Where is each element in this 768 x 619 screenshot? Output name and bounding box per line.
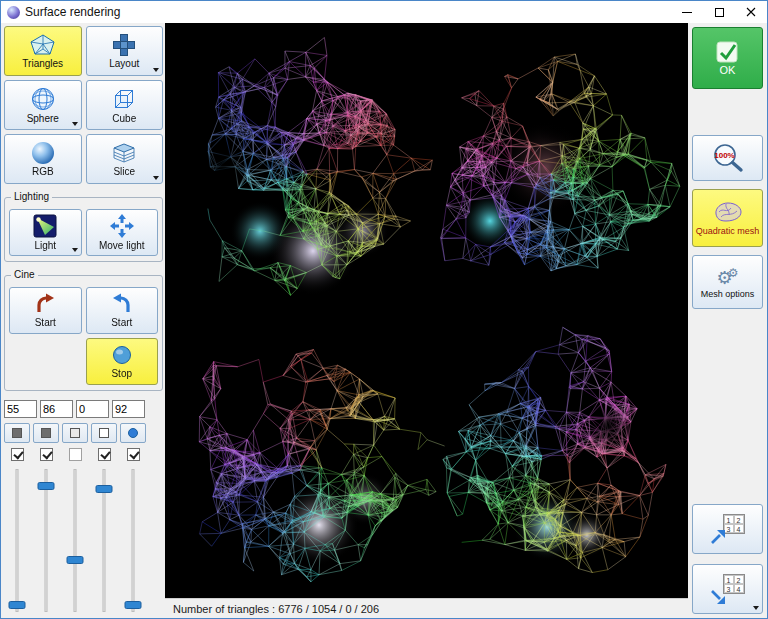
slider-thumb[interactable]: [9, 601, 26, 609]
move-light-button[interactable]: Move light: [86, 209, 159, 256]
mesh-visible-checkbox-1[interactable]: [11, 448, 24, 461]
render-viewport[interactable]: [165, 23, 688, 598]
quadratic-mesh-button[interactable]: Quadratic mesh: [692, 189, 763, 247]
shape-buttons: Triangles Layout: [4, 26, 163, 184]
slider-thumb[interactable]: [38, 482, 55, 490]
opacity-sliders: [4, 467, 163, 614]
ok-button[interactable]: OK: [692, 27, 763, 89]
cine-start-forward-button[interactable]: Start: [9, 287, 82, 334]
maximize-icon: [715, 8, 724, 17]
window-controls: [671, 1, 767, 23]
triangles-button[interactable]: Triangles: [4, 26, 82, 76]
slider-track[interactable]: [132, 469, 135, 612]
brain-mesh-icon: [712, 200, 744, 224]
slider-track[interactable]: [16, 469, 19, 612]
right-panel: OK 100% Quadratic me: [688, 23, 767, 618]
mesh-options-button[interactable]: ⚙ ⚙ Mesh options: [692, 255, 763, 309]
opacity-slider-4[interactable]: [91, 467, 117, 614]
zoom-level-label: 100%: [711, 151, 739, 160]
rgb-sphere-icon: [32, 142, 54, 164]
layout-plus-icon: [113, 34, 135, 56]
view-order-button[interactable]: 1234: [692, 504, 763, 554]
check-icon: [716, 41, 740, 63]
slider-thumb[interactable]: [125, 601, 142, 609]
color-dot-icon: [128, 428, 138, 438]
quadratic-mesh-label: Quadratic mesh: [696, 226, 760, 237]
slider-track[interactable]: [45, 469, 48, 612]
cine-start-backward-label: Start: [111, 317, 132, 328]
view-order-dropdown-button[interactable]: 1234: [692, 564, 763, 614]
slider-track[interactable]: [74, 469, 77, 612]
mesh-visible-checkbox-5[interactable]: [127, 448, 140, 461]
threshold-input-2[interactable]: [40, 400, 73, 418]
gears-icon: ⚙ ⚙: [717, 265, 739, 287]
curved-arrow-left-icon: [110, 293, 134, 315]
cine-stop-label: Stop: [111, 368, 132, 379]
triangles-mesh-icon: [30, 34, 56, 56]
cine-group: Cine Start: [4, 275, 163, 391]
mesh-color-buttons: [4, 423, 163, 443]
maximize-button[interactable]: [703, 1, 735, 23]
threshold-input-1[interactable]: [4, 400, 37, 418]
cine-stop-button[interactable]: Stop: [86, 338, 159, 385]
blue-arrow-icon: [710, 529, 726, 545]
dropdown-arrow-icon: [153, 176, 159, 180]
threshold-input-4[interactable]: [112, 400, 145, 418]
dropdown-arrow-icon: [753, 606, 759, 610]
curved-arrow-right-icon: [33, 293, 57, 315]
numbered-grid-icon: 1234: [723, 574, 745, 594]
blue-arrow-icon: [710, 589, 726, 605]
render-area: Number of triangles : 6776 / 1054 / 0 / …: [165, 23, 688, 618]
minimize-icon: [682, 12, 692, 13]
slider-thumb[interactable]: [67, 556, 84, 564]
stop-circle-icon: [111, 344, 133, 366]
status-bar: Number of triangles : 6776 / 1054 / 0 / …: [165, 598, 688, 618]
move-arrows-icon: [110, 214, 134, 238]
mesh-color-button-3[interactable]: [62, 423, 88, 443]
lighting-group: Lighting: [4, 197, 163, 262]
minimize-button[interactable]: [671, 1, 703, 23]
mesh-color-button-5[interactable]: [120, 423, 146, 443]
cube-button[interactable]: Cube: [86, 80, 164, 130]
slice-label: Slice: [113, 166, 135, 177]
light-button[interactable]: Light: [9, 209, 82, 256]
move-light-label: Move light: [99, 240, 145, 251]
mesh-options-label: Mesh options: [701, 289, 755, 300]
lighting-group-title: Lighting: [11, 191, 52, 203]
mesh-visible-checkbox-4[interactable]: [98, 448, 111, 461]
triangles-label: Triangles: [22, 58, 63, 69]
sphere-button[interactable]: Sphere: [4, 80, 82, 130]
layout-button[interactable]: Layout: [86, 26, 164, 76]
opacity-slider-3[interactable]: [62, 467, 88, 614]
rgb-label: RGB: [32, 166, 54, 177]
mesh-visible-checkbox-3[interactable]: [69, 448, 82, 461]
mesh-color-button-1[interactable]: [4, 423, 30, 443]
slice-button[interactable]: Slice: [86, 134, 164, 184]
close-button[interactable]: [735, 1, 767, 23]
titlebar[interactable]: Surface rendering: [1, 1, 767, 23]
opacity-slider-1[interactable]: [4, 467, 30, 614]
dropdown-arrow-icon: [72, 122, 78, 126]
view-order-icon: 1234: [710, 513, 746, 545]
slider-thumb[interactable]: [96, 485, 113, 493]
mesh-color-button-2[interactable]: [33, 423, 59, 443]
layout-label: Layout: [109, 58, 139, 69]
opacity-slider-5[interactable]: [120, 467, 146, 614]
color-swatch-icon: [41, 428, 51, 438]
rgb-button[interactable]: RGB: [4, 134, 82, 184]
magnifier-icon: 100%: [711, 143, 745, 173]
slice-cube-icon: [112, 142, 136, 164]
zoom-100-button[interactable]: 100%: [692, 135, 763, 181]
wireframe-cube-icon: [112, 87, 136, 111]
left-toolbar: Triangles Layout: [1, 23, 165, 618]
cine-start-backward-button[interactable]: Start: [86, 287, 159, 334]
sphere-label: Sphere: [27, 113, 59, 124]
color-swatch-icon: [70, 428, 80, 438]
mesh-visible-checkbox-2[interactable]: [40, 448, 53, 461]
threshold-input-3[interactable]: [76, 400, 109, 418]
opacity-slider-2[interactable]: [33, 467, 59, 614]
numbered-grid-icon: 1234: [723, 514, 745, 534]
color-swatch-icon: [99, 428, 109, 438]
mesh-color-button-4[interactable]: [91, 423, 117, 443]
triangle-count-text: Number of triangles : 6776 / 1054 / 0 / …: [173, 603, 379, 615]
